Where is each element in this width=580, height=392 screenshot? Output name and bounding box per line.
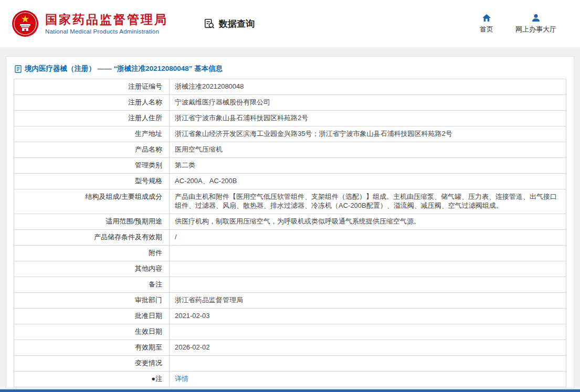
data-query-link[interactable]: 数据查询 xyxy=(204,18,255,30)
row-value: 2026-02-02 xyxy=(170,340,566,355)
info-table: 注册证编号浙械注准20212080048注册人名称宁波戴维医疗器械股份有限公司注… xyxy=(14,79,566,387)
org-name-zh: 国家药品监督管理局 xyxy=(45,13,168,27)
row-label: 附件 xyxy=(14,246,170,261)
row-value: 供医疗机构，制取医用压缩空气，为呼吸机或类似呼吸通气系统提供压缩空气源。 xyxy=(170,214,566,229)
footer-bar xyxy=(0,389,580,392)
table-row: ●注详情 xyxy=(14,372,566,387)
row-label: 适用范围/预期用途 xyxy=(14,214,170,229)
site-header: 国家药品监督管理局 National Medical Products Admi… xyxy=(0,0,580,47)
table-row: 生产地址浙江省象山经济开发区滨海工业园金兴路35号；浙江省宁波市象山县石浦科技园… xyxy=(14,126,566,142)
home-icon xyxy=(482,13,491,23)
org-name-en: National Medical Products Administration xyxy=(45,28,168,35)
page-title: 境内医疗器械（注册） —— “浙械注准20212080048” 基本信息 xyxy=(14,62,566,79)
table-row: 结构及组成/主要组成成分产品由主机和附件【医用空气低压软管组件、支架组件（选配）… xyxy=(14,189,566,214)
table-row: 其他内容 xyxy=(14,261,566,277)
table-row: 附件 xyxy=(14,246,566,261)
row-value xyxy=(170,356,566,371)
row-label: 注册人住所 xyxy=(14,111,170,126)
row-value: AC-200A、AC-200B xyxy=(170,174,566,189)
row-label: 结构及组成/主要组成成分 xyxy=(14,189,170,214)
nmpa-emblem-icon xyxy=(12,10,39,37)
page-title-text: 境内医疗器械（注册） —— “浙械注准20212080048” 基本信息 xyxy=(25,64,223,73)
row-label: 批准日期 xyxy=(14,309,170,324)
table-row: 型号规格AC-200A、AC-200B xyxy=(14,174,566,189)
table-row: 注册证编号浙械注准20212080048 xyxy=(14,79,566,95)
row-value: 详情 xyxy=(170,372,566,387)
nav-service-hall[interactable]: 网上办事大厅 xyxy=(515,13,556,34)
row-value: 浙江省象山经济开发区滨海工业园金兴路35号；浙江省宁波市象山县石浦科技园区科苑路… xyxy=(170,126,566,142)
detail-link[interactable]: 详情 xyxy=(175,375,188,383)
detail-panel: 境内医疗器械（注册） —— “浙械注准20212080048” 基本信息 注册证… xyxy=(6,56,574,388)
row-label: ●注 xyxy=(14,372,170,387)
brand-text: 国家药品监督管理局 National Medical Products Admi… xyxy=(45,13,168,35)
row-value: / xyxy=(170,230,566,245)
row-label: 生效日期 xyxy=(14,324,170,340)
row-label: 管理类别 xyxy=(14,158,170,173)
data-query-icon xyxy=(204,18,215,29)
row-label: 有效期至 xyxy=(14,340,170,355)
row-value xyxy=(170,246,566,261)
row-label: 生产地址 xyxy=(14,126,170,142)
table-row: 批准日期2021-02-03 xyxy=(14,309,566,324)
row-label: 变更情况 xyxy=(14,356,170,371)
nav-service-hall-label: 网上办事大厅 xyxy=(515,25,556,34)
row-label: 其他内容 xyxy=(14,261,170,277)
main-content: 境内医疗器械（注册） —— “浙械注准20212080048” 基本信息 注册证… xyxy=(0,47,580,389)
row-value: 浙江省药品监督管理局 xyxy=(170,293,566,308)
row-label: 审批部门 xyxy=(14,293,170,308)
table-row: 变更情况 xyxy=(14,356,566,372)
table-row: 适用范围/预期用途供医疗机构，制取医用压缩空气，为呼吸机或类似呼吸通气系统提供压… xyxy=(14,214,566,230)
top-nav: 首页 网上办事大厅 xyxy=(480,13,556,34)
row-label: 产品名称 xyxy=(14,142,170,157)
brand: 国家药品监督管理局 National Medical Products Admi… xyxy=(12,10,168,37)
row-value: 第二类 xyxy=(170,158,566,173)
nav-home[interactable]: 首页 xyxy=(480,13,493,34)
row-label: 注册证编号 xyxy=(14,79,170,94)
row-label: 注册人名称 xyxy=(14,95,170,110)
row-value xyxy=(170,261,566,277)
table-row: 备注 xyxy=(14,277,566,293)
row-label: 备注 xyxy=(14,277,170,292)
row-label: 型号规格 xyxy=(14,174,170,189)
row-label: 产品储存条件及有效期 xyxy=(14,230,170,245)
row-value: 宁波戴维医疗器械股份有限公司 xyxy=(170,95,566,110)
row-value: 浙械注准20212080048 xyxy=(170,79,566,94)
row-value: 医用空气压缩机 xyxy=(170,142,566,157)
table-row: 管理类别第二类 xyxy=(14,158,566,174)
data-query-label: 数据查询 xyxy=(219,18,255,30)
table-row: 有效期至2026-02-02 xyxy=(14,340,566,356)
document-icon xyxy=(15,65,22,73)
table-row: 产品名称医用空气压缩机 xyxy=(14,142,566,158)
row-value xyxy=(170,324,566,340)
table-row: 审批部门浙江省药品监督管理局 xyxy=(14,293,566,309)
row-value xyxy=(170,277,566,292)
row-value: 浙江省宁波市象山县石浦科技园区科苑路2号 xyxy=(170,111,566,126)
table-row: 注册人住所浙江省宁波市象山县石浦科技园区科苑路2号 xyxy=(14,111,566,126)
row-value: 2021-02-03 xyxy=(170,309,566,324)
table-row: 注册人名称宁波戴维医疗器械股份有限公司 xyxy=(14,95,566,111)
user-icon xyxy=(531,13,541,23)
table-row: 生效日期 xyxy=(14,324,566,340)
nav-home-label: 首页 xyxy=(480,25,493,34)
table-row: 产品储存条件及有效期/ xyxy=(14,230,566,246)
row-value: 产品由主机和附件【医用空气低压软管组件、支架组件（选配）】组成。主机由压缩泵、储… xyxy=(170,189,566,214)
